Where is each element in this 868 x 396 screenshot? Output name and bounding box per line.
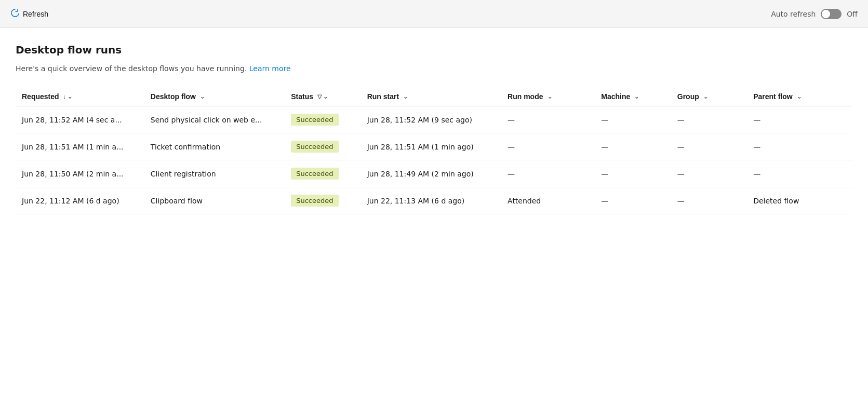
cell-requested: Jun 28, 11:52 AM (4 sec a... — [16, 106, 144, 133]
sort-desktop-flow-button[interactable]: Desktop flow ⌄ — [151, 92, 205, 101]
run-start-sort-icon: ⌄ — [403, 93, 408, 100]
sort-machine-button[interactable]: Machine ⌄ — [601, 92, 639, 101]
sort-requested-button[interactable]: Requested ↓ ⌄ — [22, 92, 72, 101]
toggle-off-label: Off — [847, 10, 858, 18]
table-body: Jun 28, 11:52 AM (4 sec a...Send physica… — [16, 106, 852, 214]
cell-desktop-flow: Client registration — [144, 160, 285, 187]
col-header-status[interactable]: Status ▽ ⌄ — [285, 87, 360, 106]
dash: — — [508, 116, 515, 124]
cell-desktop-flow: Send physical click on web e... — [144, 106, 285, 133]
status-badge: Succeeded — [291, 114, 338, 126]
group-sort-icon: ⌄ — [703, 93, 708, 100]
cell-parent-flow: Deleted flow — [747, 187, 852, 214]
refresh-button[interactable]: Refresh — [10, 8, 48, 19]
dash: — — [753, 116, 760, 124]
dash: — — [601, 170, 608, 178]
dash: — — [601, 197, 608, 205]
cell-machine: — — [595, 187, 671, 214]
dash: — — [601, 143, 608, 151]
col-header-run-start[interactable]: Run start ⌄ — [361, 87, 501, 106]
col-requested-label: Requested — [22, 92, 59, 101]
dash: — — [753, 170, 760, 178]
flow-runs-table: Requested ↓ ⌄ Desktop flow ⌄ Status ▽ ⌄ — [16, 87, 852, 214]
cell-machine: — — [595, 160, 671, 187]
cell-run-mode: — — [501, 106, 595, 133]
table-header-row: Requested ↓ ⌄ Desktop flow ⌄ Status ▽ ⌄ — [16, 87, 852, 106]
topbar: Refresh Auto refresh Off — [0, 0, 868, 28]
cell-status: Succeeded — [285, 133, 360, 160]
col-status-label: Status — [291, 92, 313, 101]
col-desktop-flow-label: Desktop flow — [151, 92, 196, 101]
machine-sort-icon: ⌄ — [634, 93, 639, 100]
topbar-right: Auto refresh Off — [771, 9, 858, 19]
cell-desktop-flow: Clipboard flow — [144, 187, 285, 214]
status-sort-icon: ▽ ⌄ — [317, 93, 328, 100]
cell-parent-flow: — — [747, 160, 852, 187]
cell-run-mode: — — [501, 160, 595, 187]
cell-run-start: Jun 28, 11:51 AM (1 min ago) — [361, 133, 501, 160]
dash: — — [677, 170, 685, 178]
cell-status: Succeeded — [285, 187, 360, 214]
col-machine-label: Machine — [601, 92, 630, 101]
refresh-label: Refresh — [23, 10, 48, 18]
run-mode-sort-icon: ⌄ — [547, 93, 552, 100]
requested-sort-icon: ↓ ⌄ — [63, 93, 73, 100]
table-row[interactable]: Jun 22, 11:12 AM (6 d ago)Clipboard flow… — [16, 187, 852, 214]
dash: — — [753, 143, 760, 151]
dash: — — [677, 143, 685, 151]
col-header-desktop-flow[interactable]: Desktop flow ⌄ — [144, 87, 285, 106]
learn-more-link[interactable]: Learn more — [249, 64, 291, 73]
sort-status-button[interactable]: Status ▽ ⌄ — [291, 92, 328, 101]
cell-parent-flow: — — [747, 106, 852, 133]
cell-run-start: Jun 28, 11:52 AM (9 sec ago) — [361, 106, 501, 133]
desktop-flow-sort-icon: ⌄ — [200, 93, 205, 100]
sort-parent-flow-button[interactable]: Parent flow ⌄ — [753, 92, 801, 101]
table-row[interactable]: Jun 28, 11:50 AM (2 min a...Client regis… — [16, 160, 852, 187]
status-badge: Succeeded — [291, 141, 338, 153]
cell-status: Succeeded — [285, 106, 360, 133]
cell-parent-flow: — — [747, 133, 852, 160]
table-row[interactable]: Jun 28, 11:51 AM (1 min a...Ticket confi… — [16, 133, 852, 160]
cell-machine: — — [595, 106, 671, 133]
cell-run-mode: — — [501, 133, 595, 160]
cell-requested: Jun 28, 11:51 AM (1 min a... — [16, 133, 144, 160]
sort-run-mode-button[interactable]: Run mode ⌄ — [508, 92, 552, 101]
status-badge: Succeeded — [291, 195, 338, 207]
description-text: Here's a quick overview of the desktop f… — [16, 64, 247, 73]
table-row[interactable]: Jun 28, 11:52 AM (4 sec a...Send physica… — [16, 106, 852, 133]
page-title: Desktop flow runs — [16, 44, 852, 56]
cell-requested: Jun 22, 11:12 AM (6 d ago) — [16, 187, 144, 214]
sort-group-button[interactable]: Group ⌄ — [677, 92, 708, 101]
col-header-requested[interactable]: Requested ↓ ⌄ — [16, 87, 144, 106]
sort-run-start-button[interactable]: Run start ⌄ — [367, 92, 408, 101]
col-header-run-mode[interactable]: Run mode ⌄ — [501, 87, 595, 106]
auto-refresh-toggle[interactable] — [821, 9, 842, 19]
col-header-parent-flow[interactable]: Parent flow ⌄ — [747, 87, 852, 106]
main-content: Desktop flow runs Here's a quick overvie… — [0, 28, 868, 396]
status-badge: Succeeded — [291, 168, 338, 180]
col-group-label: Group — [677, 92, 699, 101]
page-description: Here's a quick overview of the desktop f… — [16, 64, 852, 73]
col-header-group[interactable]: Group ⌄ — [671, 87, 747, 106]
cell-group: — — [671, 160, 747, 187]
cell-requested: Jun 28, 11:50 AM (2 min a... — [16, 160, 144, 187]
col-header-machine[interactable]: Machine ⌄ — [595, 87, 671, 106]
refresh-icon — [10, 8, 20, 19]
cell-group: — — [671, 133, 747, 160]
dash: — — [677, 116, 685, 124]
col-run-mode-label: Run mode — [508, 92, 543, 101]
dash: — — [677, 197, 685, 205]
cell-run-mode: Attended — [501, 187, 595, 214]
col-run-start-label: Run start — [367, 92, 399, 101]
dash: — — [601, 116, 608, 124]
cell-machine: — — [595, 133, 671, 160]
dash: — — [508, 143, 515, 151]
cell-group: — — [671, 106, 747, 133]
cell-group: — — [671, 187, 747, 214]
cell-status: Succeeded — [285, 160, 360, 187]
col-parent-flow-label: Parent flow — [753, 92, 792, 101]
cell-run-start: Jun 28, 11:49 AM (2 min ago) — [361, 160, 501, 187]
parent-flow-sort-icon: ⌄ — [797, 93, 802, 100]
cell-run-start: Jun 22, 11:13 AM (6 d ago) — [361, 187, 501, 214]
cell-desktop-flow: Ticket confirmation — [144, 133, 285, 160]
